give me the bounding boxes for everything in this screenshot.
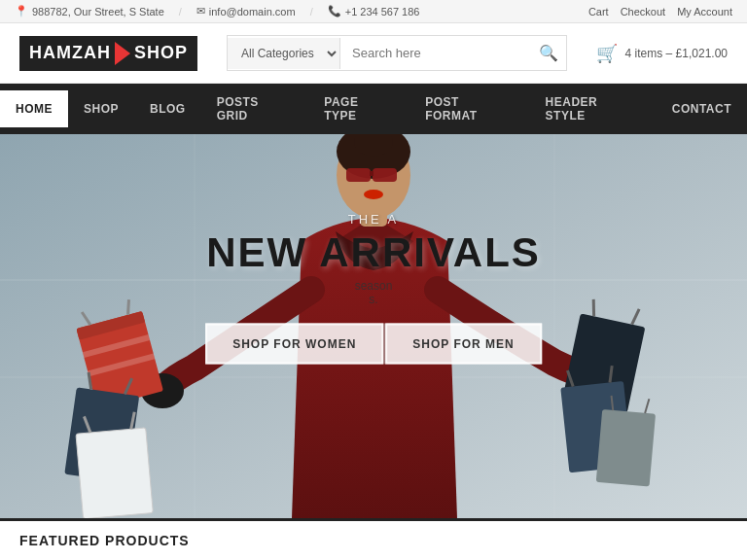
logo-arrow-icon — [115, 42, 130, 65]
nav-item-home[interactable]: HOME — [0, 90, 68, 127]
hero-subtitle: THE A — [205, 212, 542, 227]
cart-link[interactable]: Cart — [588, 6, 609, 18]
phone-icon: 📞 — [328, 5, 341, 18]
svg-rect-27 — [596, 409, 656, 487]
featured-title: FEATURED PRODUCTS — [19, 533, 728, 548]
svg-rect-18 — [76, 428, 153, 518]
hero-section: THE A NEW ARRIVALS season s. SHOP FOR WO… — [0, 134, 747, 518]
checkout-link[interactable]: Checkout — [621, 6, 665, 18]
nav-item-blog[interactable]: BLOG — [134, 90, 201, 127]
nav-item-contact[interactable]: CONTACT — [657, 90, 747, 127]
svg-point-37 — [364, 190, 383, 199]
address-item: 📍 988782, Our Street, S State — [15, 5, 164, 18]
search-input[interactable] — [340, 38, 527, 68]
email-item: ✉ info@domain.com — [196, 5, 296, 18]
featured-bar: FEATURED PRODUCTS — [0, 518, 747, 556]
svg-rect-35 — [373, 168, 397, 182]
top-bar-right: Cart Checkout My Account — [588, 6, 732, 18]
logo-name2: SHOP — [134, 43, 188, 63]
nav-item-post-format[interactable]: POST FORMAT — [409, 84, 529, 134]
address-text: 988782, Our Street, S State — [32, 6, 164, 18]
separator1: / — [179, 6, 182, 18]
search-icon: 🔍 — [539, 45, 558, 61]
logo[interactable]: HAMZAH SHOP — [19, 36, 197, 71]
myaccount-link[interactable]: My Account — [677, 6, 732, 18]
phone-item: 📞 +1 234 567 186 — [328, 5, 420, 18]
nav-item-shop[interactable]: SHOP — [68, 90, 134, 127]
email-icon: ✉ — [196, 5, 205, 18]
hero-buttons: SHOP FOR WOMEN SHOP FOR MEN — [205, 324, 542, 365]
search-button[interactable]: 🔍 — [527, 36, 567, 70]
cart-icon: 🛒 — [596, 43, 618, 64]
search-area: All Categories 🔍 — [227, 35, 567, 71]
svg-rect-36 — [370, 171, 374, 176]
hero-title: NEW ARRIVALS — [205, 232, 542, 273]
cart-label: 4 items – £1,021.00 — [625, 47, 728, 60]
nav-bar: HOME SHOP BLOG POSTS GRID PAGE TYPE POST… — [0, 84, 747, 134]
top-bar: 📍 988782, Our Street, S State / ✉ info@d… — [0, 0, 747, 23]
header: HAMZAH SHOP All Categories 🔍 🛒 4 items –… — [0, 23, 747, 84]
logo-name1: HAMZAH — [29, 43, 111, 63]
nav-item-header-style[interactable]: HEADER STYLE — [530, 84, 657, 134]
phone-text: +1 234 567 186 — [345, 6, 420, 18]
hero-description: season s. — [205, 279, 542, 306]
hero-text: THE A NEW ARRIVALS season s. SHOP FOR WO… — [205, 212, 542, 365]
cart-area[interactable]: 🛒 4 items – £1,021.00 — [596, 43, 728, 64]
nav-item-posts-grid[interactable]: POSTS GRID — [201, 84, 309, 134]
svg-rect-34 — [346, 168, 371, 182]
location-icon: 📍 — [15, 5, 28, 18]
shop-women-button[interactable]: SHOP FOR WOMEN — [205, 324, 383, 365]
separator2: / — [310, 6, 313, 18]
top-bar-left: 📍 988782, Our Street, S State / ✉ info@d… — [15, 5, 419, 18]
shop-men-button[interactable]: SHOP FOR MEN — [385, 324, 541, 365]
email-text: info@domain.com — [209, 6, 296, 18]
category-select[interactable]: All Categories — [228, 38, 340, 69]
nav-item-page-type[interactable]: PAGE TYPE — [308, 84, 409, 134]
